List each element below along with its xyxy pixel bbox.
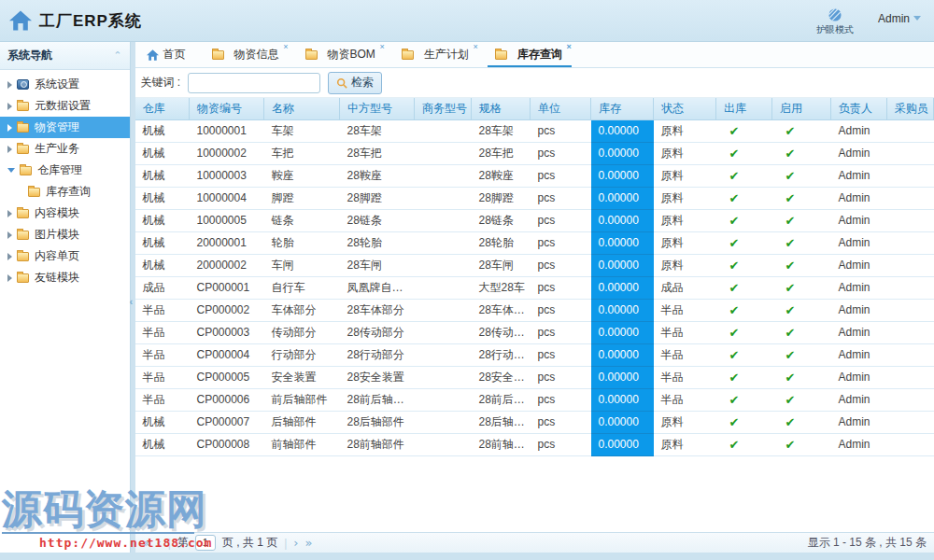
sidebar-item[interactable]: 内容模块 [0, 203, 130, 224]
table-row[interactable]: 机械10000004脚蹬28脚蹬28脚蹬pcs0.00000原料✔✔Admin [135, 187, 934, 209]
close-icon[interactable]: × [283, 43, 288, 51]
pager-separator: | [284, 537, 287, 550]
page-prefix: 第 [177, 535, 189, 551]
search-button[interactable]: 检索 [328, 72, 382, 94]
folder-icon [17, 102, 29, 111]
eye-mode-button[interactable]: 护眼模式 [816, 7, 854, 36]
table-row[interactable]: 半品CP000006前后轴部件28前后轴部件28前后轴部件pcs0.00000半… [135, 388, 934, 411]
column-header[interactable]: 负责人 [831, 98, 887, 119]
panel-splitter[interactable]: ‹ [131, 42, 135, 553]
table-row[interactable]: 机械10000001车架28车架28车架pcs0.00000原料✔✔Admin [135, 119, 934, 142]
column-header[interactable]: 启用 [772, 98, 831, 119]
prev-page-button[interactable]: ‹ [156, 534, 161, 553]
sidebar-item[interactable]: 元数据设置 [0, 95, 130, 117]
table-row[interactable]: 机械10000005链条28链条28链条pcs0.00000原料✔✔Admin [135, 209, 934, 231]
last-page-button[interactable]: » [304, 534, 312, 553]
column-header[interactable]: 采购员 [887, 98, 934, 119]
check-icon: ✔ [724, 214, 740, 228]
tab-库存查询[interactable]: 库存查询× [488, 42, 572, 67]
tab-label: 库存查询 [517, 47, 562, 63]
user-menu[interactable]: Admin [878, 12, 921, 25]
cell-stock: 0.00000 [591, 433, 654, 455]
column-header[interactable]: 物资编号 [190, 98, 264, 119]
cell-buyer [887, 254, 934, 276]
table-row[interactable]: 半品CP000002车体部分28车体部分28车体部分pcs0.00000半品✔✔… [135, 299, 934, 321]
collapse-chevron-icon[interactable]: ⌃ [113, 49, 121, 62]
table-row[interactable]: 机械20000001轮胎28轮胎28轮胎pcs0.00000原料✔✔Admin [135, 231, 934, 254]
sidebar-item[interactable]: 物资管理 [0, 117, 130, 138]
cell-unit: pcs [531, 388, 591, 411]
column-header[interactable]: 单位 [531, 98, 591, 119]
folder-icon [20, 166, 32, 175]
column-header[interactable]: 出库 [716, 98, 772, 119]
sidebar-item[interactable]: 仓库管理 [0, 160, 130, 181]
cell-unit: pcs [531, 276, 591, 299]
folder-icon [402, 50, 414, 60]
column-header[interactable]: 名称 [264, 98, 340, 119]
sidebar: 系统导航 ⌃ 系统设置元数据设置物资管理生产业务仓库管理库存查询内容模块图片模块… [0, 42, 131, 553]
cell-name: 前后轴部件 [264, 388, 340, 411]
cell-name: 车闸 [264, 254, 340, 276]
table-row[interactable]: 机械10000003鞍座28鞍座28鞍座pcs0.00000原料✔✔Admin [135, 164, 934, 187]
cell-warehouse: 半品 [135, 343, 190, 366]
cell-buyer [887, 366, 934, 388]
sidebar-item[interactable]: 系统设置 [0, 74, 130, 95]
table-row[interactable]: 成品CP000001自行车凤凰牌自行车大型28车pcs0.00000成品✔✔Ad… [135, 276, 934, 299]
cell-buyer [887, 187, 934, 209]
chevron-right-icon [7, 253, 12, 260]
cell-stock: 0.00000 [591, 187, 654, 209]
cell-name: 安全装置 [264, 366, 340, 388]
search-input[interactable] [188, 73, 320, 93]
cell-status: 成品 [654, 276, 716, 299]
table-row[interactable]: 机械10000002车把28车把28车把pcs0.00000原料✔✔Admin [135, 142, 934, 164]
next-page-button[interactable]: › [293, 534, 298, 553]
column-header[interactable]: 状态 [654, 98, 716, 119]
tab-物资信息[interactable]: 物资信息× [205, 42, 289, 67]
sidebar-item[interactable]: 图片模块 [0, 224, 130, 245]
column-header[interactable]: 库存 [591, 98, 654, 119]
cell-cn_model: 28前轴部件 [340, 433, 415, 455]
cell-manager: Admin [831, 142, 887, 164]
tab-首页[interactable]: 首页 [139, 42, 195, 67]
cell-outbound: ✔ [716, 254, 772, 276]
table-row[interactable]: 机械20000002车闸28车闸28车闸pcs0.00000原料✔✔Admin [135, 254, 934, 276]
cell-spec: 28车把 [472, 142, 531, 164]
tab-物资BOM[interactable]: 物资BOM× [298, 42, 385, 67]
close-icon[interactable]: × [567, 43, 572, 51]
cell-spec: 28车架 [472, 119, 531, 142]
cell-name: 链条 [264, 209, 340, 231]
table-row[interactable]: 半品CP000005安全装置28安全装置28安全装置pcs0.00000半品✔✔… [135, 366, 934, 388]
table-row[interactable]: 机械CP000007后轴部件28后轴部件28后轴部件pcs0.00000原料✔✔… [135, 411, 934, 433]
check-icon: ✔ [724, 259, 740, 273]
cell-enabled: ✔ [772, 388, 831, 411]
cell-manager: Admin [831, 411, 887, 433]
check-icon: ✔ [780, 415, 796, 429]
check-icon: ✔ [780, 214, 796, 228]
close-icon[interactable]: × [380, 43, 385, 51]
splitter-collapse-icon[interactable]: ‹ [130, 296, 134, 307]
table-row[interactable]: 半品CP000003传动部分28传动部分28传动部分pcs0.00000半品✔✔… [135, 321, 934, 343]
sidebar-item[interactable]: 生产业务 [0, 138, 130, 160]
column-header[interactable]: 商务型号 [415, 98, 472, 119]
tab-生产计划[interactable]: 生产计划× [394, 42, 478, 67]
page-number-input[interactable]: 1 [195, 535, 216, 551]
sidebar-item[interactable]: 内容单页 [0, 245, 130, 267]
column-header[interactable]: 中方型号 [340, 98, 415, 119]
sidebar-subitem[interactable]: 库存查询 [0, 181, 130, 203]
cell-warehouse: 半品 [135, 388, 190, 411]
close-icon[interactable]: × [474, 43, 478, 51]
sidebar-item-label: 系统设置 [35, 77, 79, 92]
cell-cn_model: 凤凰牌自行车 [340, 276, 415, 299]
cell-spec: 28前后轴部件 [472, 388, 531, 411]
column-header[interactable]: 规格 [472, 98, 531, 119]
first-page-button[interactable]: « [143, 534, 150, 553]
cell-cn_model: 28安全装置 [340, 366, 415, 388]
sidebar-item[interactable]: 友链模块 [0, 267, 130, 288]
cell-unit: pcs [531, 343, 591, 366]
check-icon: ✔ [724, 371, 740, 385]
cell-unit: pcs [531, 187, 591, 209]
table-row[interactable]: 半品CP000004行动部分28行动部分28行动部分pcs0.00000半品✔✔… [135, 343, 934, 366]
table-row[interactable]: 机械CP000008前轴部件28前轴部件28前轴部件pcs0.00000原料✔✔… [135, 433, 934, 455]
check-icon: ✔ [724, 438, 740, 452]
column-header[interactable]: 仓库 [135, 98, 190, 119]
